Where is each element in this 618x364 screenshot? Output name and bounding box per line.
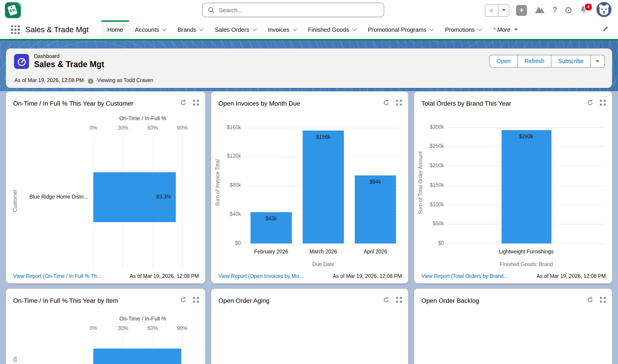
- favorites-star-icon[interactable]: ★: [485, 4, 498, 16]
- chevron-down-icon: [478, 26, 482, 31]
- x-axis-tick-label: 90%: [172, 125, 192, 130]
- price-tag-icon: $%: [7, 4, 17, 16]
- card-title: Open Order Backlog: [421, 297, 479, 304]
- viewing-as-text: ·Viewing as Todd Craven: [95, 78, 153, 83]
- refresh-icon[interactable]: [180, 99, 186, 107]
- tab-finished-goods[interactable]: Finished Goods: [302, 20, 362, 39]
- refresh-icon[interactable]: [383, 297, 389, 305]
- card-title: Total Orders by Brand This Year: [421, 100, 511, 107]
- y-axis-tick-label: $160k: [211, 124, 241, 130]
- refresh-button[interactable]: Refresh: [517, 55, 551, 67]
- search-input[interactable]: [218, 6, 384, 14]
- tab-home[interactable]: Home: [102, 20, 129, 39]
- header-actions: Open Refresh Subscribe: [489, 55, 605, 67]
- x-axis-tick-label: 30%: [113, 325, 133, 331]
- gridline: [448, 243, 605, 244]
- subscribe-button[interactable]: Subscribe: [551, 55, 590, 67]
- chart-canvas: $160k$120k$80k$40k$0$43kFebruary 2026$15…: [211, 91, 408, 283]
- salesforce-dashboard-page: $% ★ + ? ⚙: [0, 0, 618, 364]
- favorites-dropdown-icon[interactable]: [498, 4, 509, 16]
- x-axis-tick-label: 60%: [143, 325, 163, 331]
- chevron-down-icon: [252, 26, 257, 31]
- x-axis-tick-label: 0%: [83, 325, 103, 331]
- info-icon[interactable]: i: [88, 78, 93, 84]
- gridline: [245, 128, 401, 128]
- card-title: On-Time / In Full % This Year by Item: [13, 297, 118, 304]
- add-icon[interactable]: +: [516, 5, 527, 16]
- search-icon: [208, 7, 214, 13]
- card-otif-by-customer: 0%30%60%90%On-Time / In-Full %83.3%Blue …: [6, 91, 205, 283]
- x-axis-tick-label: 0%: [83, 125, 103, 130]
- tab-promotional-programs[interactable]: Promotional Programs: [362, 20, 439, 39]
- dashboard-as-of: As of Mar 19, 2026, 12:08 PM·i·Viewing a…: [14, 78, 153, 84]
- gridline: [448, 127, 605, 128]
- category-label: March 2026: [297, 249, 349, 254]
- app-launcher-icon[interactable]: [11, 25, 20, 34]
- bar[interactable]: [501, 130, 551, 243]
- bar[interactable]: [355, 175, 396, 243]
- y-axis-title: Sum of Total Order Amount: [418, 137, 423, 228]
- card-as-of: As of Mar 19, 2026, 12:08 PM: [536, 273, 606, 279]
- y-axis-title: ds: [12, 337, 18, 364]
- x-axis-tick-label: 30%: [113, 125, 133, 130]
- dashboard-icon: [14, 54, 29, 69]
- global-search[interactable]: [202, 3, 384, 17]
- as-of-text: As of Mar 19, 2026, 12:08 PM·: [14, 78, 85, 83]
- chevron-down-icon: [429, 26, 434, 31]
- refresh-icon[interactable]: [587, 297, 593, 305]
- expand-icon[interactable]: [396, 99, 402, 107]
- tab-accounts[interactable]: Accounts: [129, 20, 172, 39]
- setup-gear-icon[interactable]: ⚙: [564, 5, 573, 15]
- gridline: [182, 136, 183, 267]
- gridline: [182, 336, 183, 364]
- view-report-link[interactable]: View Report (Total Orders by Brand...: [421, 273, 508, 279]
- expand-icon[interactable]: [600, 99, 606, 107]
- expand-icon[interactable]: [600, 297, 606, 305]
- tab-brands[interactable]: Brands: [172, 20, 209, 39]
- app-name: Sales & Trade Mgt: [25, 25, 89, 34]
- trailhead-icon[interactable]: [534, 5, 545, 16]
- nav-bar: Sales & Trade Mgt HomeAccountsBrandsSale…: [0, 20, 618, 40]
- refresh-icon[interactable]: [587, 99, 593, 107]
- expand-icon[interactable]: [396, 297, 402, 305]
- refresh-icon[interactable]: [383, 99, 389, 107]
- record-type-label: Dashboard: [34, 53, 60, 59]
- tab-invoices[interactable]: Invoices: [262, 20, 302, 39]
- card-open-order-backlog: Open Order Backlog: [414, 289, 612, 364]
- edit-pencil-icon[interactable]: [602, 25, 609, 34]
- avatar[interactable]: [596, 1, 612, 19]
- category-label: Blue Ridge Home Distri...: [6, 194, 88, 199]
- notification-bell-icon[interactable]: 4: [579, 5, 590, 16]
- chart-canvas: $300k$250k$200k$150k$100k$50k$0$293kLigh…: [414, 91, 612, 283]
- tab-more[interactable]: *More: [488, 20, 524, 39]
- app-logo-icon[interactable]: $%: [5, 2, 21, 18]
- open-button[interactable]: Open: [489, 55, 517, 67]
- favorites-group: ★: [485, 4, 509, 16]
- expand-icon[interactable]: [193, 297, 199, 305]
- bar-value-label: $293k: [501, 133, 551, 139]
- help-icon[interactable]: ?: [552, 5, 557, 15]
- dashboard-header: Dashboard Sales & Trade Mgt As of Mar 19…: [6, 49, 612, 88]
- card-title: On-Time / In Full % This Year by Custome…: [13, 100, 133, 107]
- y-axis-title: Sum of Invoice Total: [215, 137, 220, 228]
- category-label: April 2026: [349, 249, 401, 254]
- tab-promotions[interactable]: Promotions: [439, 20, 488, 39]
- nav-tabs: HomeAccountsBrandsSales OrdersInvoicesFi…: [102, 20, 524, 39]
- bar[interactable]: [93, 349, 181, 364]
- header-more-actions-button[interactable]: [590, 55, 605, 67]
- bar[interactable]: [303, 130, 344, 243]
- bar-value-label: $94k: [355, 179, 396, 184]
- page-title: Sales & Trade Mgt: [34, 60, 104, 69]
- notification-count-badge: 4: [584, 2, 593, 11]
- refresh-icon[interactable]: [180, 297, 186, 305]
- y-axis-tick-label: $0: [211, 240, 241, 246]
- chevron-down-icon: [293, 26, 297, 31]
- x-axis-tick-label: 90%: [172, 325, 192, 331]
- chevron-down-icon: [514, 28, 518, 31]
- utility-bar: $% ★ + ? ⚙: [0, 0, 618, 20]
- view-report-link[interactable]: View Report (Open Invoices by Mo...: [218, 273, 303, 279]
- view-report-link[interactable]: View Report (On-Time / In Full % Th...: [13, 273, 101, 279]
- tab-sales-orders[interactable]: Sales Orders: [209, 20, 262, 39]
- expand-icon[interactable]: [193, 99, 199, 107]
- chevron-down-icon: [199, 26, 204, 31]
